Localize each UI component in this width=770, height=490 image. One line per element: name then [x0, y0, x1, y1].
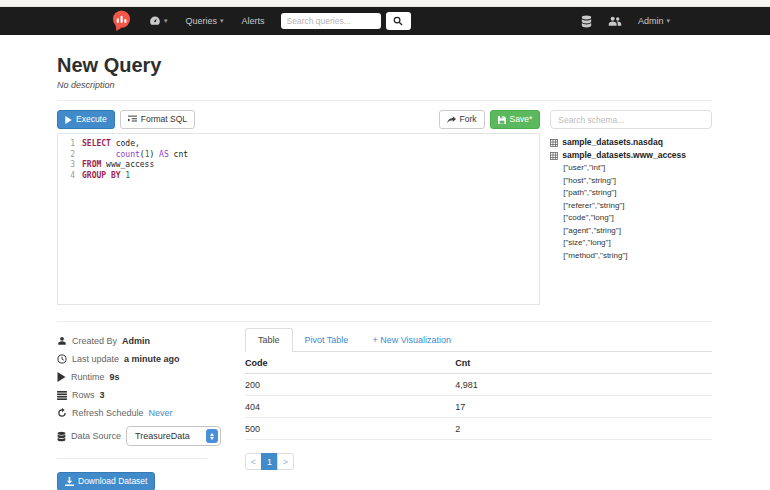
- groups-users-icon[interactable]: [608, 15, 622, 27]
- results-table: CodeCnt 2004,981404175002: [245, 352, 712, 440]
- runtime-play-icon: [57, 372, 66, 382]
- page-title: New Query: [57, 54, 712, 77]
- execute-button[interactable]: Execute: [57, 110, 115, 129]
- visualization-tabs: TablePivot Table+ New Visualization: [245, 328, 712, 352]
- save-floppy-icon: [498, 116, 506, 124]
- schema-table-item[interactable]: sample_datasets.nasdaq: [550, 136, 712, 149]
- schema-table-item[interactable]: sample_datasets.www_access: [550, 149, 712, 162]
- fork-button[interactable]: Fork: [439, 110, 485, 129]
- column-header: Cnt: [455, 352, 712, 374]
- navbar: ▾ Queries ▾ Alerts: [0, 7, 770, 35]
- refresh-icon: [57, 408, 67, 418]
- schema-column-item[interactable]: ["size","long"]: [550, 237, 712, 250]
- table-cell: 200: [245, 374, 455, 396]
- rows-icon: [57, 391, 67, 400]
- page-description[interactable]: No description: [57, 80, 712, 90]
- schema-column-item[interactable]: ["code","long"]: [550, 212, 712, 225]
- schema-column-item[interactable]: ["agent","string"]: [550, 225, 712, 238]
- data-source-value: TreasureData: [135, 431, 190, 441]
- code-line: 3FROM www_access: [62, 160, 539, 171]
- table-row: 40417: [245, 396, 712, 418]
- created-by-value: Admin: [122, 336, 150, 346]
- nav-queries-menu[interactable]: Queries ▾: [186, 16, 224, 26]
- code-line: 1SELECT code,: [62, 139, 539, 150]
- data-source-select[interactable]: TreasureData: [126, 426, 221, 446]
- results-panel: TablePivot Table+ New Visualization Code…: [245, 328, 712, 490]
- table-cell: 17: [455, 396, 712, 418]
- datasources-icon[interactable]: [581, 15, 592, 28]
- column-header: Code: [245, 352, 455, 374]
- header-divider: [57, 100, 712, 101]
- refresh-schedule-link[interactable]: Never: [149, 408, 173, 418]
- schema-browser: sample_datasets.nasdaqsample_datasets.ww…: [550, 110, 712, 305]
- table-cell: 404: [245, 396, 455, 418]
- editor-toolbar: Execute Format SQL: [57, 110, 540, 129]
- meta-divider: [57, 458, 207, 459]
- search-button[interactable]: [386, 12, 411, 30]
- clock-icon: [57, 354, 67, 364]
- schema-column-item[interactable]: ["host","string"]: [550, 175, 712, 188]
- save-button[interactable]: Save*: [490, 110, 541, 129]
- nav-admin-label: Admin: [638, 16, 664, 26]
- rows-value: 3: [100, 390, 105, 400]
- fork-arrow-icon: [447, 116, 456, 124]
- schema-column-item[interactable]: ["referer","string"]: [550, 200, 712, 213]
- sql-editor[interactable]: 1SELECT code,2 count(1) AS cnt3FROM www_…: [57, 133, 540, 305]
- search-icon: [393, 16, 403, 26]
- nav-admin-menu[interactable]: Admin ▾: [638, 16, 670, 26]
- table-row: 5002: [245, 418, 712, 440]
- format-sql-button[interactable]: Format SQL: [120, 110, 195, 129]
- runtime-value: 9s: [110, 372, 120, 382]
- search-queries-input[interactable]: [281, 13, 381, 29]
- table-cell: 500: [245, 418, 455, 440]
- table-cell: 4,981: [455, 374, 712, 396]
- nav-queries-label: Queries: [186, 16, 218, 26]
- last-update-value: a minute ago: [124, 354, 180, 364]
- code-line: 2 count(1) AS cnt: [62, 150, 539, 161]
- tab-table[interactable]: Table: [245, 328, 293, 352]
- browser-chrome-strip: [0, 0, 770, 7]
- schema-column-item[interactable]: ["user","int"]: [550, 162, 712, 175]
- download-icon: [65, 477, 74, 486]
- table-row: 2004,981: [245, 374, 712, 396]
- refresh-schedule-row: Refresh Schedule Never: [57, 408, 245, 418]
- query-metadata: Created By Admin Last update a minute ag…: [57, 328, 245, 490]
- user-icon: [57, 336, 67, 346]
- caret-down-icon: ▾: [220, 17, 224, 25]
- select-stepper-icon: [206, 429, 218, 443]
- pagination-next[interactable]: >: [277, 453, 294, 470]
- code-line: 4GROUP BY 1: [62, 171, 539, 182]
- datasource-icon: [57, 431, 66, 442]
- table-grid-icon: [550, 152, 558, 160]
- created-by-row: Created By Admin: [57, 336, 245, 346]
- nav-alerts-label: Alerts: [242, 16, 265, 26]
- schema-column-item[interactable]: ["method","string"]: [550, 250, 712, 263]
- table-cell: 2: [455, 418, 712, 440]
- dashboard-gauge-icon: [149, 15, 161, 27]
- rows-row: Rows 3: [57, 390, 245, 400]
- runtime-row: Runtime 9s: [57, 372, 245, 382]
- schema-list: sample_datasets.nasdaqsample_datasets.ww…: [550, 136, 712, 262]
- redash-logo-icon[interactable]: [112, 10, 131, 32]
- tab-pivot-table[interactable]: Pivot Table: [293, 329, 361, 351]
- navbar-search: [281, 12, 411, 30]
- pagination-prev[interactable]: <: [245, 453, 262, 470]
- schema-column-item[interactable]: ["path","string"]: [550, 187, 712, 200]
- nav-dashboards-menu[interactable]: ▾: [149, 15, 168, 27]
- indent-icon: [128, 115, 137, 124]
- last-update-row: Last update a minute ago: [57, 354, 245, 364]
- download-dataset-button[interactable]: Download Dataset: [57, 472, 155, 490]
- caret-down-icon: ▾: [666, 17, 670, 25]
- pagination-page[interactable]: 1: [261, 453, 278, 470]
- schema-search-input[interactable]: [550, 110, 712, 129]
- table-grid-icon: [550, 139, 558, 147]
- pagination: <1>: [245, 453, 712, 470]
- tab-new-visualization[interactable]: + New Visualization: [360, 329, 463, 351]
- nav-alerts-link[interactable]: Alerts: [242, 16, 265, 26]
- data-source-row: Data Source TreasureData: [57, 426, 245, 446]
- caret-down-icon: ▾: [164, 17, 168, 25]
- play-icon: [65, 116, 72, 124]
